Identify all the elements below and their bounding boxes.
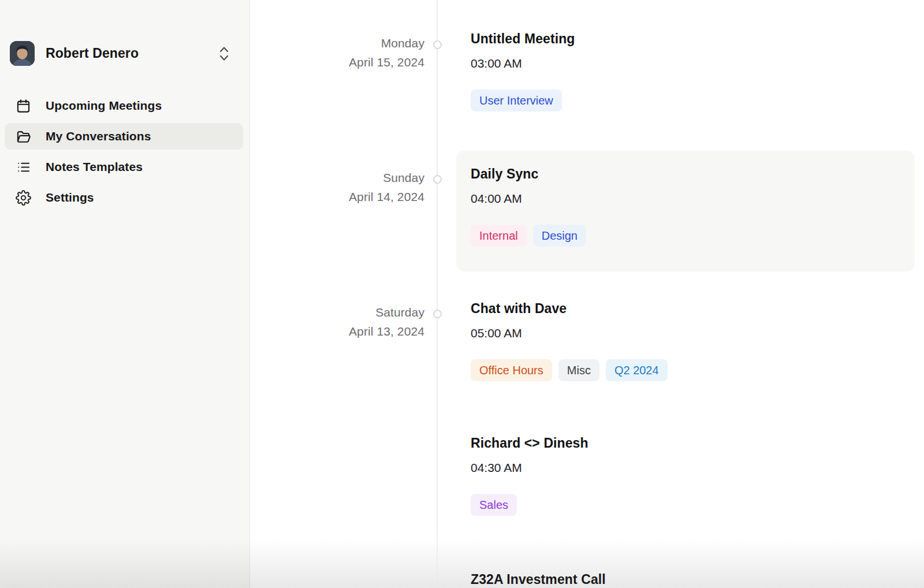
date-full: April 15, 2024 (250, 53, 424, 72)
date-full: April 14, 2024 (250, 187, 424, 206)
meeting-entry-richard-dinesh[interactable]: Richard <> Dinesh 04:30 AM Sales (471, 434, 588, 516)
calendar-icon (16, 98, 31, 114)
gear-icon (16, 190, 31, 206)
sidebar-item-settings[interactable]: Settings (5, 184, 243, 211)
account-switcher[interactable]: Robert Denero (10, 41, 236, 66)
folder-icon (16, 129, 31, 144)
meeting-tags: User Interview (471, 90, 575, 111)
meeting-entry-untitled-meeting[interactable]: Untitled Meeting 03:00 AM User Interview (471, 30, 575, 111)
meeting-tags: Sales (471, 494, 588, 516)
sidebar-item-label: Settings (46, 191, 94, 204)
tag[interactable]: Internal (471, 225, 527, 247)
list-icon (16, 159, 31, 175)
avatar (10, 41, 35, 66)
sidebar-item-label: Upcoming Meetings (46, 99, 162, 113)
sidebar-item-my-conversations[interactable]: My Conversations (5, 123, 243, 150)
timeline-dot (433, 40, 442, 49)
date-day: Saturday (250, 303, 424, 322)
date-full: April 13, 2024 (250, 322, 424, 341)
user-name: Robert Denero (46, 46, 218, 61)
meeting-card-highlighted[interactable]: Daily Sync 04:00 AM Internal Design (456, 151, 915, 271)
date-day: Monday (250, 34, 424, 53)
date-label: Monday April 15, 2024 (250, 34, 424, 72)
meeting-time: 04:00 AM (471, 191, 586, 206)
date-day: Sunday (250, 168, 424, 187)
sidebar-item-notes-templates[interactable]: Notes Templates (5, 154, 243, 180)
meeting-time: 03:00 AM (471, 55, 575, 71)
meeting-entry-daily-sync[interactable]: Daily Sync 04:00 AM Internal Design (471, 165, 586, 247)
app-window: Robert Denero Upcoming Meet (0, 0, 924, 588)
avatar-illustration (10, 41, 35, 66)
meeting-tags: Office Hours Misc Q2 2024 (471, 359, 668, 381)
meeting-entry-z32a-investment-call[interactable]: Z32A Investment Call (471, 571, 606, 588)
timeline-line (437, 0, 438, 588)
sidebar: Robert Denero Upcoming Meet (0, 0, 250, 588)
meeting-entry-chat-with-dave[interactable]: Chat with Dave 05:00 AM Office Hours Mis… (471, 300, 668, 381)
meeting-title: Richard <> Dinesh (471, 434, 588, 452)
sidebar-item-label: Notes Templates (46, 160, 143, 174)
meeting-time: 05:00 AM (471, 325, 668, 341)
tag[interactable]: Q2 2024 (606, 359, 668, 381)
meeting-title: Untitled Meeting (471, 30, 575, 47)
tag[interactable]: User Interview (471, 90, 562, 111)
meeting-title: Daily Sync (471, 165, 586, 183)
meeting-title: Z32A Investment Call (471, 571, 606, 588)
meeting-title: Chat with Dave (471, 300, 668, 317)
tag[interactable]: Design (533, 225, 586, 247)
sidebar-item-upcoming-meetings[interactable]: Upcoming Meetings (5, 92, 243, 119)
date-label: Sunday April 14, 2024 (250, 168, 424, 206)
meeting-tags: Internal Design (471, 225, 586, 247)
tag[interactable]: Sales (471, 494, 517, 516)
meeting-time: 04:30 AM (471, 460, 588, 475)
sidebar-item-label: My Conversations (46, 129, 151, 143)
date-label: Saturday April 13, 2024 (250, 303, 424, 341)
tag[interactable]: Misc (558, 359, 599, 381)
timeline-dot (433, 310, 442, 318)
sidebar-nav: Upcoming Meetings My Conversations (5, 92, 243, 215)
tag[interactable]: Office Hours (471, 359, 552, 381)
chevron-updown-icon[interactable] (218, 45, 230, 62)
timeline-dot (433, 175, 442, 184)
